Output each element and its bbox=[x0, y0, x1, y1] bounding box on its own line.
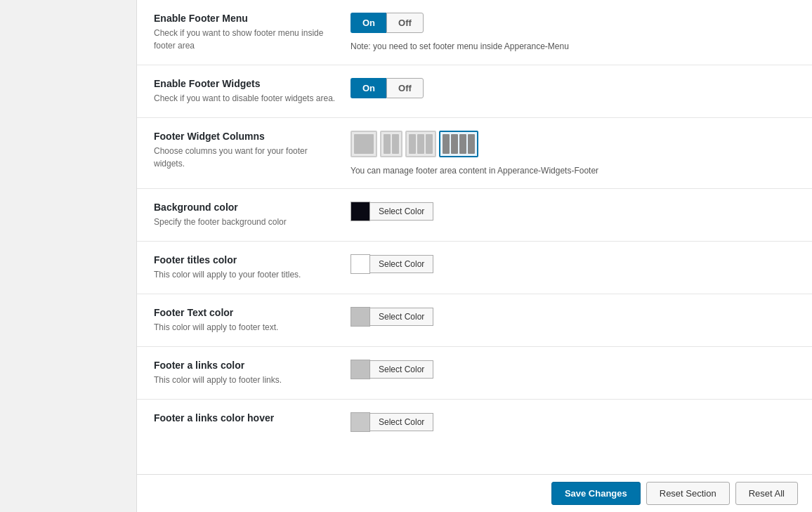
reset-all-button[interactable]: Reset All bbox=[735, 482, 798, 505]
label-enable-footer-widgets: Enable Footer Widgets bbox=[154, 78, 336, 89]
settings-row-background-color: Background color Specify the footer back… bbox=[137, 189, 812, 242]
column-bar bbox=[354, 134, 374, 154]
color-swatch-links[interactable] bbox=[351, 360, 370, 379]
control-footer-links-color: Select Color bbox=[351, 360, 795, 379]
color-swatch-titles[interactable] bbox=[351, 254, 370, 274]
column-bar bbox=[468, 134, 475, 154]
column-option-3[interactable] bbox=[405, 131, 436, 157]
desc-enable-footer-widgets: Check if you want to disable footer widg… bbox=[154, 92, 336, 105]
settings-label-enable-footer-widgets: Enable Footer Widgets Check if you want … bbox=[154, 78, 336, 105]
settings-label-footer-widget-columns: Footer Widget Columns Choose columns you… bbox=[154, 131, 336, 170]
settings-row-footer-titles-color: Footer titles color This color will appl… bbox=[137, 242, 812, 294]
desc-background-color: Specify the footer background color bbox=[154, 216, 336, 228]
reset-section-button[interactable]: Reset Section bbox=[646, 482, 730, 505]
desc-footer-text-color: This color will apply to footer text. bbox=[154, 321, 336, 334]
settings-row-enable-footer-menu: Enable Footer Menu Check if you want to … bbox=[137, 0, 812, 65]
toggle-on-footer-menu[interactable]: On bbox=[351, 13, 386, 33]
settings-label-background-color: Background color Specify the footer back… bbox=[154, 202, 336, 228]
color-swatch-background[interactable] bbox=[351, 202, 370, 221]
control-footer-text-color: Select Color bbox=[351, 307, 795, 327]
column-bar bbox=[426, 134, 433, 154]
column-bar bbox=[417, 134, 424, 154]
toggle-group-footer-widgets: On Off bbox=[351, 78, 795, 98]
column-option-4[interactable] bbox=[439, 131, 478, 157]
label-background-color: Background color bbox=[154, 202, 336, 213]
column-bar bbox=[409, 134, 416, 154]
color-picker-row-background: Select Color bbox=[351, 202, 795, 221]
desc-footer-links-color: This color will apply to footer links. bbox=[154, 374, 336, 386]
color-picker-row-titles: Select Color bbox=[351, 254, 795, 274]
toggle-off-footer-menu[interactable]: Off bbox=[386, 13, 424, 33]
color-swatch-links-hover[interactable] bbox=[351, 412, 370, 432]
color-select-btn-links[interactable]: Select Color bbox=[370, 360, 433, 379]
save-changes-button[interactable]: Save Changes bbox=[551, 482, 641, 505]
color-select-btn-links-hover[interactable]: Select Color bbox=[370, 413, 433, 431]
control-background-color: Select Color bbox=[351, 202, 795, 221]
settings-label-footer-text-color: Footer Text color This color will apply … bbox=[154, 307, 336, 334]
settings-label-enable-footer-menu: Enable Footer Menu Check if you want to … bbox=[154, 13, 336, 52]
settings-label-footer-links-hover: Footer a links color hover bbox=[154, 412, 336, 426]
main-content: Enable Footer Menu Check if you want to … bbox=[137, 0, 812, 512]
control-enable-footer-widgets: On Off bbox=[351, 78, 795, 98]
label-footer-links-color: Footer a links color bbox=[154, 360, 336, 371]
note-footer-widget-columns: You can manage footer area content in Ap… bbox=[351, 166, 795, 176]
color-swatch-text[interactable] bbox=[351, 307, 370, 327]
sidebar bbox=[0, 0, 137, 512]
column-bar bbox=[384, 134, 391, 154]
label-enable-footer-menu: Enable Footer Menu bbox=[154, 13, 336, 24]
column-bar bbox=[392, 134, 399, 154]
settings-row-footer-links-color: Footer a links color This color will app… bbox=[137, 347, 812, 400]
column-bar bbox=[459, 134, 466, 154]
settings-row-footer-widget-columns: Footer Widget Columns Choose columns you… bbox=[137, 118, 812, 189]
control-enable-footer-menu: On Off Note: you need to set footer menu… bbox=[351, 13, 795, 51]
settings-row-enable-footer-widgets: Enable Footer Widgets Check if you want … bbox=[137, 65, 812, 118]
column-bar bbox=[451, 134, 458, 154]
page-wrapper: Enable Footer Menu Check if you want to … bbox=[0, 0, 812, 512]
control-footer-widget-columns: You can manage footer area content in Ap… bbox=[351, 131, 795, 176]
label-footer-text-color: Footer Text color bbox=[154, 307, 336, 318]
settings-row-footer-text-color: Footer Text color This color will apply … bbox=[137, 294, 812, 347]
color-picker-row-text: Select Color bbox=[351, 307, 795, 327]
settings-label-footer-links-color: Footer a links color This color will app… bbox=[154, 360, 336, 386]
column-option-1[interactable] bbox=[351, 131, 377, 157]
settings-row-footer-links-hover: Footer a links color hover Select Color bbox=[137, 400, 812, 445]
control-footer-titles-color: Select Color bbox=[351, 254, 795, 274]
toggle-group-footer-menu: On Off bbox=[351, 13, 795, 33]
color-select-btn-background[interactable]: Select Color bbox=[370, 202, 433, 221]
note-footer-menu: Note: you need to set footer menu inside… bbox=[351, 41, 795, 51]
control-footer-links-hover: Select Color bbox=[351, 412, 795, 432]
desc-footer-titles-color: This color will apply to your footer tit… bbox=[154, 268, 336, 281]
toggle-off-footer-widgets[interactable]: Off bbox=[386, 78, 424, 98]
color-select-btn-titles[interactable]: Select Color bbox=[370, 255, 433, 273]
color-picker-row-links-hover: Select Color bbox=[351, 412, 795, 432]
label-footer-titles-color: Footer titles color bbox=[154, 254, 336, 265]
toggle-on-footer-widgets[interactable]: On bbox=[351, 78, 386, 98]
columns-picker bbox=[351, 131, 795, 157]
footer-bar: Save Changes Reset Section Reset All bbox=[137, 474, 812, 512]
desc-enable-footer-menu: Check if you want to show footer menu in… bbox=[154, 27, 336, 52]
column-option-2[interactable] bbox=[380, 131, 402, 157]
settings-label-footer-titles-color: Footer titles color This color will appl… bbox=[154, 254, 336, 281]
desc-footer-widget-columns: Choose columns you want for your footer … bbox=[154, 145, 336, 170]
color-select-btn-text[interactable]: Select Color bbox=[370, 308, 433, 326]
color-picker-row-links: Select Color bbox=[351, 360, 795, 379]
label-footer-links-hover: Footer a links color hover bbox=[154, 412, 336, 424]
label-footer-widget-columns: Footer Widget Columns bbox=[154, 131, 336, 142]
column-bar bbox=[443, 134, 450, 154]
